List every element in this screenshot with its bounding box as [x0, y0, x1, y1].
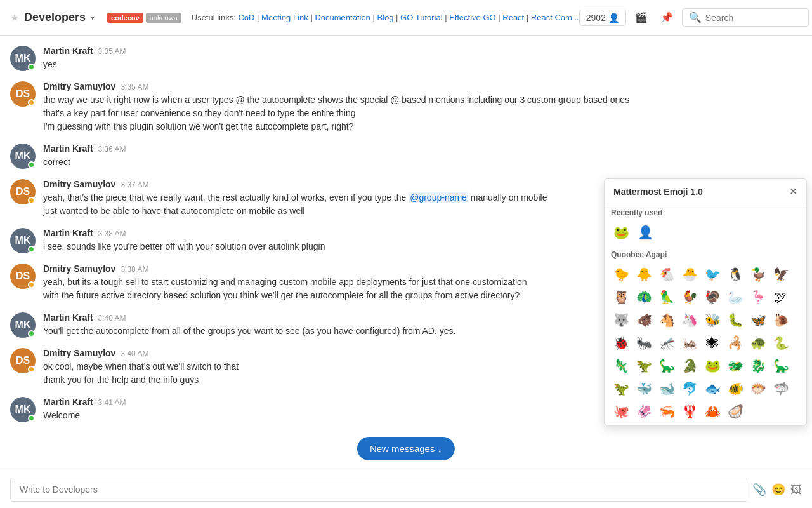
status-dot	[28, 246, 35, 253]
emoji-item[interactable]: 🕊	[769, 286, 792, 309]
emoji-item[interactable]: 🦂	[724, 331, 747, 354]
link-blog[interactable]: Blog	[377, 13, 393, 22]
message-input[interactable]	[10, 478, 747, 502]
link-go-tutorial[interactable]: GO Tutorial	[400, 13, 442, 22]
image-icon[interactable]: 🖼	[790, 483, 802, 497]
emoji-item[interactable]: 🐌	[769, 309, 792, 331]
message-header: Martin Kraft3:35 AM	[43, 46, 802, 56]
badge-unknown: unknown	[146, 13, 181, 23]
message-author[interactable]: Dmitry Samuylov	[43, 348, 115, 358]
emoji-item[interactable]: 🦖	[632, 354, 655, 377]
emoji-item[interactable]: 🐸	[610, 221, 632, 244]
emoji-item[interactable]: 🦆	[747, 263, 769, 286]
emoji-item[interactable]: 🕷	[701, 331, 724, 354]
emoji-item[interactable]: 🐣	[678, 263, 701, 286]
emoji-item[interactable]: 🦜	[655, 286, 678, 309]
message-author[interactable]: Dmitry Samuylov	[43, 81, 115, 91]
emoji-item[interactable]: 🐡	[747, 377, 769, 400]
message-time: 3:40 AM	[121, 349, 148, 358]
status-dot	[28, 197, 35, 204]
message-author[interactable]: Dmitry Samuylov	[43, 179, 115, 189]
emoji-item[interactable]: 🐍	[769, 331, 792, 354]
avatar: DS	[10, 179, 36, 204]
message-group: DSDmitry Samuylov3:35 AMthe way we use i…	[0, 76, 812, 138]
emoji-item[interactable]: 🐤	[610, 263, 632, 286]
emoji-close-button[interactable]: ✕	[789, 185, 797, 197]
emoji-item[interactable]: 🦚	[632, 286, 655, 309]
link-react-com[interactable]: React Com...	[531, 13, 579, 22]
message-author[interactable]: Martin Kraft	[43, 312, 93, 323]
emoji-item[interactable]: 🦈	[769, 377, 792, 400]
emoji-item[interactable]: 🦟	[655, 331, 678, 354]
link-docs[interactable]: Documentation	[315, 13, 370, 22]
search-box[interactable]: 🔍	[682, 8, 809, 27]
link-effective-go[interactable]: Effective GO	[449, 13, 495, 22]
emoji-item[interactable]: 🐲	[724, 354, 747, 377]
emoji-item[interactable]: 🦖	[610, 377, 632, 400]
emoji-item[interactable]: 🐺	[610, 309, 632, 331]
emoji-item[interactable]: 🦞	[678, 400, 701, 423]
emoji-item[interactable]: 🐔	[655, 263, 678, 286]
emoji-item[interactable]: 🐳	[632, 377, 655, 400]
emoji-item[interactable]: 🐸	[701, 354, 724, 377]
link-meeting[interactable]: Meeting Link	[261, 13, 308, 22]
star-icon[interactable]: ★	[10, 11, 19, 23]
emoji-item[interactable]: 🐋	[655, 377, 678, 400]
message-time: 3:36 AM	[98, 145, 126, 154]
emoji-item[interactable]: 🦀	[701, 400, 724, 423]
emoji-item[interactable]: 🐦	[701, 263, 724, 286]
emoji-item[interactable]: 🐢	[747, 331, 769, 354]
member-count[interactable]: 2902 👤	[579, 10, 626, 26]
link-cod[interactable]: CoD	[238, 13, 254, 22]
emoji-panel-header: Mattermost Emoji 1.0 ✕	[605, 179, 806, 204]
avatar: DS	[10, 264, 36, 289]
emoji-item[interactable]: 🦎	[610, 354, 632, 377]
emoji-item[interactable]: 🦅	[769, 263, 792, 286]
emoji-item[interactable]: 🐟	[701, 377, 724, 400]
emoji-item[interactable]: 🐉	[747, 354, 769, 377]
emoji-item[interactable]: 🐓	[678, 286, 701, 309]
emoji-item[interactable]: 🦃	[701, 286, 724, 309]
search-input[interactable]	[705, 13, 802, 23]
emoji-icon[interactable]: 😊	[771, 483, 785, 497]
emoji-item[interactable]: 🦑	[632, 400, 655, 423]
pin-icon-button[interactable]: 📌	[657, 8, 677, 28]
emoji-item[interactable]: 🐞	[610, 331, 632, 354]
message-author[interactable]: Martin Kraft	[43, 228, 93, 238]
useful-links-prefix: Useful links:	[192, 13, 236, 22]
message-author[interactable]: Martin Kraft	[43, 46, 93, 56]
emoji-item[interactable]: 🐬	[678, 377, 701, 400]
emoji-item[interactable]: 🦐	[655, 400, 678, 423]
chevron-down-icon[interactable]: ▾	[91, 13, 95, 22]
emoji-item[interactable]: 🦢	[724, 286, 747, 309]
emoji-item[interactable]: 🐜	[632, 331, 655, 354]
video-icon-button[interactable]: 🎬	[631, 8, 652, 28]
status-dot	[28, 64, 35, 70]
emoji-item[interactable]: 🐛	[724, 309, 747, 331]
message-author[interactable]: Martin Kraft	[43, 144, 93, 154]
emoji-item[interactable]: 🦗	[678, 331, 701, 354]
emoji-item[interactable]: 🐙	[610, 400, 632, 423]
emoji-item[interactable]: 🐊	[678, 354, 701, 377]
emoji-item[interactable]: 🦪	[724, 400, 747, 423]
attachment-icon[interactable]: 📎	[752, 483, 766, 497]
message-author[interactable]: Martin Kraft	[43, 397, 93, 407]
emoji-item[interactable]: 🐴	[655, 309, 678, 331]
emoji-item[interactable]: 🐝	[701, 309, 724, 331]
emoji-item[interactable]: 🐗	[632, 309, 655, 331]
emoji-item[interactable]: 🦕	[769, 354, 792, 377]
emoji-item[interactable]: 🐧	[724, 263, 747, 286]
emoji-item[interactable]: 🦄	[678, 309, 701, 331]
new-messages-button[interactable]: New messages ↓	[357, 437, 455, 460]
link-react[interactable]: React	[502, 13, 524, 22]
emoji-item[interactable]: 🦋	[747, 309, 769, 331]
emoji-item[interactable]: 🐥	[632, 263, 655, 286]
emoji-item[interactable]: 🦕	[655, 354, 678, 377]
channel-name: Developers	[24, 11, 86, 24]
message-author[interactable]: Dmitry Samuylov	[43, 264, 115, 274]
header-badges: codecov unknown	[107, 13, 181, 23]
emoji-item[interactable]: 🐠	[724, 377, 747, 400]
emoji-item[interactable]: 👤	[634, 221, 657, 244]
emoji-item[interactable]: 🦩	[747, 286, 769, 309]
emoji-item[interactable]: 🦉	[610, 286, 632, 309]
